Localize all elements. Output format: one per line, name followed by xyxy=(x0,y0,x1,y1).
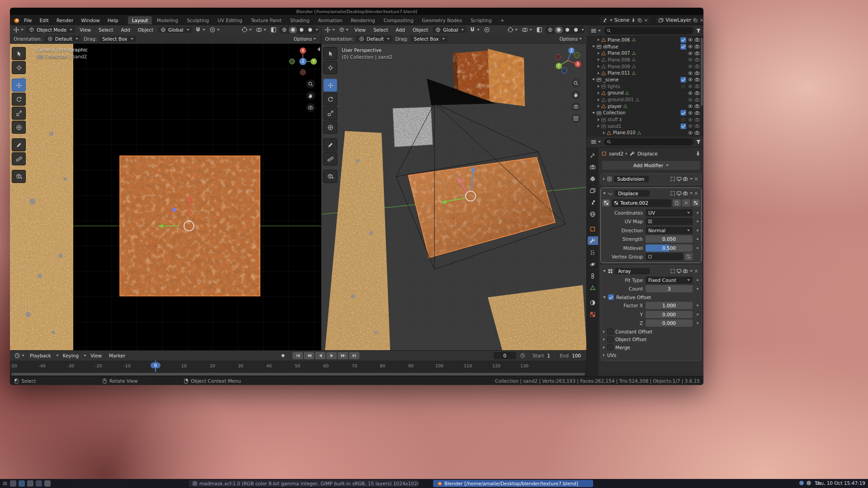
constant-offset-label[interactable]: Constant Offset xyxy=(615,329,652,334)
render-visibility-icon[interactable] xyxy=(694,110,700,116)
tab-particles[interactable] xyxy=(588,248,598,257)
hide-eye-icon[interactable] xyxy=(688,84,693,89)
render-display-toggle[interactable] xyxy=(683,176,688,182)
tool-rotate[interactable] xyxy=(323,93,337,106)
realtime-display-toggle[interactable] xyxy=(676,176,682,182)
hide-eye-icon[interactable] xyxy=(688,110,693,116)
tray-network-icon[interactable] xyxy=(799,481,804,485)
texture-name-field[interactable]: Texture.002 xyxy=(612,199,671,207)
render-visibility-icon[interactable] xyxy=(694,84,700,89)
hide-eye-icon[interactable] xyxy=(688,57,693,62)
expand-icon[interactable] xyxy=(598,105,599,108)
tab-animation[interactable]: Animation xyxy=(314,16,346,24)
render-visibility-icon[interactable] xyxy=(694,130,700,136)
animate-dot[interactable] xyxy=(697,288,698,290)
taskbar-app-icon[interactable] xyxy=(19,480,25,487)
tool-measure[interactable] xyxy=(323,152,337,165)
shading-material[interactable] xyxy=(563,27,571,33)
blender-logo-icon[interactable] xyxy=(13,17,20,24)
menu-render[interactable]: Render xyxy=(53,17,77,24)
count-field[interactable]: 3 xyxy=(646,285,693,292)
expand-icon[interactable] xyxy=(598,99,599,101)
properties-search-input[interactable] xyxy=(604,138,693,145)
tool-select-box[interactable] xyxy=(12,47,26,60)
modifier-name-field[interactable]: Array xyxy=(615,268,650,274)
outliner-row[interactable]: Plane.010 xyxy=(587,130,700,136)
orientation-dropdown[interactable]: Default xyxy=(45,36,81,42)
tool-add-cube[interactable] xyxy=(12,170,26,183)
snapping-toggle[interactable] xyxy=(193,26,207,33)
preview-range-toggle[interactable] xyxy=(519,352,527,359)
render-display-toggle[interactable] xyxy=(683,191,688,196)
render-visibility-icon[interactable] xyxy=(694,97,700,103)
tab-rendering[interactable]: Rendering xyxy=(347,16,379,24)
tab-uv-editing[interactable]: UV Editing xyxy=(213,16,246,24)
drag-dropdown[interactable]: Select Box xyxy=(411,36,447,42)
midlevel-slider[interactable]: 0.500 xyxy=(646,244,693,252)
object-offset-checkbox[interactable] xyxy=(607,337,613,343)
shading-wireframe[interactable] xyxy=(546,27,554,33)
next-keyframe-button[interactable] xyxy=(338,352,348,359)
taskbar-clock[interactable]: Thu, 10 Oct 15:47:19 xyxy=(815,480,865,486)
overlays-dropdown[interactable] xyxy=(255,26,268,33)
animate-dot[interactable] xyxy=(697,230,698,231)
selectable-checkbox[interactable] xyxy=(680,110,686,116)
frame-start-field[interactable]: Start1 xyxy=(529,352,554,359)
taskbar-app-icon[interactable] xyxy=(10,480,16,487)
tab-object[interactable] xyxy=(588,225,598,233)
editor-type-button[interactable] xyxy=(13,352,26,359)
unlink-texture-button[interactable] xyxy=(682,199,690,206)
tool-add-cube[interactable] xyxy=(323,170,337,183)
hide-eye-icon[interactable] xyxy=(688,37,693,42)
expand-icon[interactable] xyxy=(598,125,599,127)
tab-layout[interactable]: Layout xyxy=(128,16,152,24)
auto-keying-toggle[interactable] xyxy=(278,352,288,359)
menu-help[interactable]: Help xyxy=(104,17,122,24)
tool-measure[interactable] xyxy=(12,152,26,165)
delete-modifier-icon[interactable] xyxy=(693,268,699,274)
menu-object[interactable]: Object xyxy=(135,27,156,33)
animate-dot[interactable] xyxy=(697,322,698,324)
tab-geometry-nodes[interactable]: Geometry Nodes xyxy=(418,16,466,24)
modifier-name-field[interactable]: Subdivision xyxy=(614,176,649,182)
render-visibility-icon[interactable] xyxy=(694,77,700,82)
animate-dot[interactable] xyxy=(697,238,698,240)
tab-constraints[interactable] xyxy=(588,272,598,280)
breadcrumb-modifier[interactable]: Displace xyxy=(637,151,658,156)
add-workspace-button[interactable]: + xyxy=(496,16,509,24)
expand-icon[interactable] xyxy=(592,46,595,47)
render-visibility-icon[interactable] xyxy=(694,117,700,122)
viewport-canvas[interactable]: User Perspective (0) Collection | sand2 xyxy=(321,43,587,350)
close-icon[interactable] xyxy=(699,18,703,23)
merge-label[interactable]: Merge xyxy=(615,345,630,350)
breadcrumb-object[interactable]: sand2 xyxy=(609,151,623,156)
expand-icon[interactable] xyxy=(603,354,605,357)
render-visibility-icon[interactable] xyxy=(694,44,700,49)
pan-hand-icon[interactable] xyxy=(306,91,315,100)
camera-view-icon[interactable] xyxy=(571,102,580,111)
expand-icon[interactable] xyxy=(603,338,605,341)
hide-eye-icon[interactable] xyxy=(688,51,693,56)
extras-dropdown[interactable] xyxy=(690,270,693,272)
viewport-scene[interactable] xyxy=(10,43,321,350)
invert-vertex-group-button[interactable] xyxy=(684,253,693,260)
tray-volume-icon[interactable] xyxy=(807,481,811,485)
tab-compositing[interactable]: Compositing xyxy=(380,16,418,24)
outliner-row[interactable]: ground xyxy=(587,90,700,97)
outliner-row[interactable]: Plane.007 xyxy=(587,50,700,56)
play-reverse-button[interactable] xyxy=(315,352,326,359)
render-visibility-icon[interactable] xyxy=(694,51,700,56)
tab-shading[interactable]: Shading xyxy=(286,16,314,24)
current-frame-indicator[interactable]: 0 xyxy=(151,362,160,368)
shading-rendered[interactable] xyxy=(572,27,580,33)
hide-eye-icon[interactable] xyxy=(688,117,693,122)
shading-solid[interactable] xyxy=(289,27,297,33)
tab-modeling[interactable]: Modeling xyxy=(152,16,182,24)
taskbar-menu-icon[interactable] xyxy=(2,481,8,486)
new-texture-button[interactable] xyxy=(673,199,681,206)
menu-edit[interactable]: Edit xyxy=(36,17,52,24)
tab-tool[interactable] xyxy=(588,151,598,160)
ortho-toggle-icon[interactable] xyxy=(571,114,580,123)
expand-icon[interactable] xyxy=(603,178,605,180)
merge-checkbox[interactable] xyxy=(607,344,613,350)
